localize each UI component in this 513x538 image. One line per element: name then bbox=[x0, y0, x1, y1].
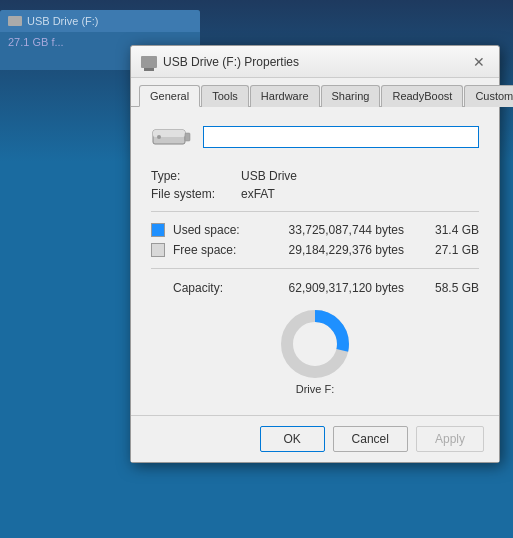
properties-table: Type: USB Drive File system: exFAT bbox=[151, 167, 479, 203]
free-color-box bbox=[151, 243, 165, 257]
used-space-row: Used space: 33,725,087,744 bytes 31.4 GB bbox=[151, 220, 479, 240]
screen-background: USB Drive (F:) 27.1 GB f... USB Drive (F… bbox=[0, 0, 513, 538]
used-bytes: 33,725,087,744 bytes bbox=[253, 223, 424, 237]
ok-button[interactable]: OK bbox=[260, 426, 325, 452]
type-label: Type: bbox=[151, 169, 241, 183]
drive-letter-label: Drive F: bbox=[296, 383, 335, 395]
tab-tools[interactable]: Tools bbox=[201, 85, 249, 107]
fs-label: File system: bbox=[151, 187, 241, 201]
fs-value: exFAT bbox=[241, 187, 275, 201]
drive-header bbox=[151, 122, 479, 152]
free-space-row: Free space: 29,184,229,376 bytes 27.1 GB bbox=[151, 240, 479, 260]
title-drive-icon bbox=[141, 56, 157, 68]
used-gb: 31.4 GB bbox=[424, 223, 479, 237]
filesystem-row: File system: exFAT bbox=[151, 185, 479, 203]
bg-drive-icon bbox=[8, 16, 22, 26]
free-label: Free space: bbox=[173, 243, 253, 257]
capacity-row: Capacity: 62,909,317,120 bytes 58.5 GB bbox=[151, 277, 479, 299]
capacity-label: Capacity: bbox=[173, 281, 253, 295]
dialog-titlebar: USB Drive (F:) Properties ✕ bbox=[131, 46, 499, 78]
capacity-gb: 58.5 GB bbox=[424, 281, 479, 295]
free-gb: 27.1 GB bbox=[424, 243, 479, 257]
close-button[interactable]: ✕ bbox=[469, 52, 489, 72]
apply-button: Apply bbox=[416, 426, 484, 452]
bg-window-titlebar: USB Drive (F:) bbox=[0, 10, 200, 32]
tab-customize[interactable]: Customize bbox=[464, 85, 513, 107]
drive-icon bbox=[151, 122, 191, 152]
type-row: Type: USB Drive bbox=[151, 167, 479, 185]
dialog-title: USB Drive (F:) Properties bbox=[163, 55, 299, 69]
donut-chart bbox=[280, 309, 350, 379]
type-value: USB Drive bbox=[241, 169, 297, 183]
titlebar-left: USB Drive (F:) Properties bbox=[141, 55, 299, 69]
properties-dialog: USB Drive (F:) Properties ✕ General Tool… bbox=[130, 45, 500, 463]
capacity-bytes: 62,909,317,120 bytes bbox=[253, 281, 424, 295]
divider-1 bbox=[151, 211, 479, 212]
svg-point-3 bbox=[157, 135, 161, 139]
tab-hardware[interactable]: Hardware bbox=[250, 85, 320, 107]
dialog-content: Type: USB Drive File system: exFAT Used … bbox=[131, 107, 499, 415]
tab-sharing[interactable]: Sharing bbox=[321, 85, 381, 107]
divider-2 bbox=[151, 268, 479, 269]
drive-name-input[interactable] bbox=[203, 126, 479, 148]
tab-readyboost[interactable]: ReadyBoost bbox=[381, 85, 463, 107]
free-bytes: 29,184,229,376 bytes bbox=[253, 243, 424, 257]
chart-area: Drive F: bbox=[151, 309, 479, 395]
dialog-footer: OK Cancel Apply bbox=[131, 415, 499, 462]
cancel-button[interactable]: Cancel bbox=[333, 426, 408, 452]
svg-rect-2 bbox=[185, 133, 190, 141]
space-section: Used space: 33,725,087,744 bytes 31.4 GB… bbox=[151, 220, 479, 260]
tab-bar: General Tools Hardware Sharing ReadyBoos… bbox=[131, 78, 499, 107]
used-color-box bbox=[151, 223, 165, 237]
bg-window-title: USB Drive (F:) bbox=[27, 15, 99, 27]
tab-general[interactable]: General bbox=[139, 85, 200, 107]
svg-point-6 bbox=[294, 323, 336, 365]
used-label: Used space: bbox=[173, 223, 253, 237]
